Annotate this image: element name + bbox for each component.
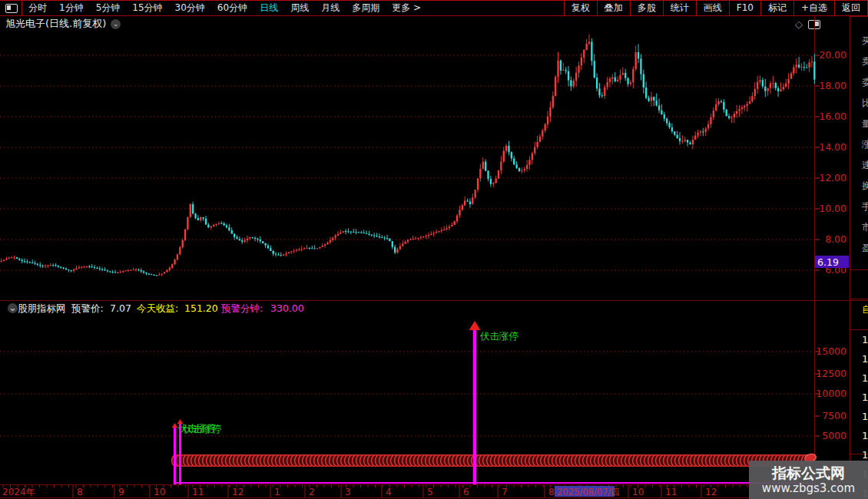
watermark-title: 指标公式网 <box>772 464 845 481</box>
sidebar-glyph: 量 <box>862 117 868 131</box>
candle-body <box>477 179 479 190</box>
candle-body <box>542 131 543 137</box>
candle-body <box>775 83 777 88</box>
candle-body <box>347 231 349 232</box>
sidebar-quote-digit: 1 <box>862 411 868 422</box>
candle-body <box>122 271 124 272</box>
candle-body <box>713 111 714 117</box>
candle-body <box>71 270 72 271</box>
candle-body <box>511 152 512 158</box>
candle-body <box>58 266 59 266</box>
candle-body <box>475 190 476 197</box>
candle-body <box>288 252 290 253</box>
candle-body <box>340 233 341 234</box>
sidebar-glyph: 换 <box>862 180 868 193</box>
candle-body <box>399 246 401 249</box>
candle-body <box>552 96 554 107</box>
candle-body <box>539 137 541 142</box>
candle-body <box>479 169 481 178</box>
candle-body <box>770 84 771 88</box>
month-label: 11 <box>665 487 677 497</box>
candle-body <box>174 259 175 264</box>
candle-body <box>31 263 33 263</box>
candle-body <box>213 225 214 226</box>
candle-body <box>635 52 637 69</box>
candle-body <box>350 232 352 233</box>
candle-body <box>751 96 753 101</box>
month-label: 2 <box>309 487 315 497</box>
right-sidebar-strip: 买卖委比量涨速换手市盈自111111111 <box>850 16 868 499</box>
candlestick-layer <box>1 35 816 276</box>
candle-body <box>78 267 80 268</box>
candle-body <box>215 224 217 225</box>
candle-body <box>808 62 810 68</box>
candle-body <box>500 161 502 170</box>
candle-body <box>490 179 492 184</box>
candle-body <box>392 241 393 247</box>
candle-body <box>18 259 20 260</box>
candle-body <box>609 78 611 81</box>
candle-body <box>715 104 717 111</box>
candle-body <box>469 202 471 204</box>
price-axis-label: 10.00 <box>819 203 846 214</box>
date-highlight-label: 2025/08/07/四 <box>557 487 620 497</box>
candle-body <box>428 235 429 236</box>
candle-body <box>684 140 686 141</box>
candle-body <box>707 124 709 129</box>
sidebar-quote-digit: 1 <box>862 334 868 345</box>
candle-body <box>164 272 165 273</box>
candle-body <box>306 248 307 249</box>
month-label: 8 <box>548 487 555 497</box>
candle-body <box>309 248 310 249</box>
candle-body <box>723 102 724 110</box>
candle-body <box>726 110 727 116</box>
candle-body <box>192 204 194 213</box>
candle-body <box>334 236 336 238</box>
profit-value: 151.20 <box>184 302 218 314</box>
candle-body <box>674 131 675 134</box>
candle-body <box>161 273 163 274</box>
month-label: 11 <box>192 487 204 497</box>
candle-body <box>451 225 452 226</box>
collapse-indicator-icon[interactable]: ⌄ <box>8 303 18 313</box>
candle-body <box>796 64 797 67</box>
sidebar-tab-partial[interactable]: 自 <box>862 303 868 316</box>
candle-body <box>285 253 287 255</box>
candle-body <box>545 124 546 131</box>
profit-label: 今天收益: <box>137 302 178 316</box>
candle-body <box>441 230 442 231</box>
candle-body <box>247 239 248 240</box>
candle-body <box>472 197 473 204</box>
sidebar-quote-digit: 1 <box>862 372 868 384</box>
candle-body <box>528 160 530 165</box>
candle-body <box>355 232 356 233</box>
candle-body <box>601 95 603 96</box>
candle-body <box>436 232 437 233</box>
candle-body <box>596 78 598 88</box>
candle-body <box>45 266 46 266</box>
candle-body <box>130 270 131 271</box>
candle-body <box>249 237 250 239</box>
candle-body <box>422 236 424 237</box>
candle-body <box>658 105 660 110</box>
candle-body <box>252 237 253 238</box>
candle-body <box>226 226 227 228</box>
candle-body <box>536 142 538 147</box>
candle-body <box>37 264 38 265</box>
candle-body <box>273 251 274 254</box>
candle-body <box>132 269 134 270</box>
candle-body <box>114 272 116 273</box>
candle-body <box>353 232 354 233</box>
candle-body <box>316 249 318 250</box>
sidebar-quote-digit: 1 <box>862 449 868 461</box>
candle-body <box>112 272 114 273</box>
month-label: 10 <box>632 487 644 497</box>
candle-body <box>417 238 419 239</box>
candle-body <box>624 73 626 78</box>
candle-body <box>681 141 683 142</box>
candle-body <box>187 217 188 230</box>
candle-body <box>145 273 147 273</box>
candle-body <box>738 109 740 111</box>
sidebar-quote-digit: 1 <box>862 392 868 403</box>
indicator-axis-label: 5000 <box>822 430 846 441</box>
